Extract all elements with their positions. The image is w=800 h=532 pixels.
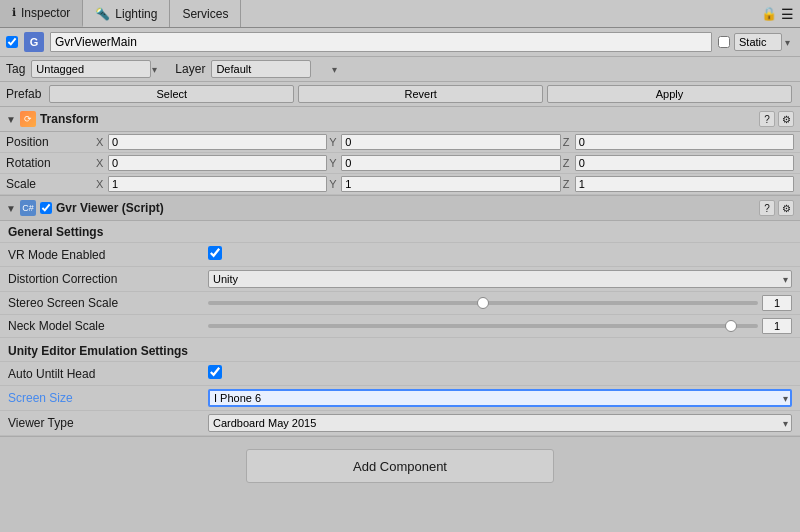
auto-untilt-checkbox[interactable] [208, 365, 222, 379]
lock-icon[interactable]: 🔒 [761, 6, 777, 21]
scale-label: Scale [6, 177, 96, 191]
layer-select[interactable]: Default TransparentFX UI [211, 60, 311, 78]
position-y-input[interactable] [341, 134, 560, 150]
prefab-apply-button[interactable]: Apply [547, 85, 792, 103]
script-section: ▼ C# Gvr Viewer (Script) ? ⚙ General Set… [0, 196, 800, 437]
viewer-type-value: Cardboard May 2015 Cardboard June 2014 M… [208, 414, 792, 432]
general-settings-label: General Settings [0, 221, 800, 243]
position-x-input[interactable] [108, 134, 327, 150]
position-y-letter: Y [329, 136, 339, 148]
neck-model-scale-value[interactable] [762, 318, 792, 334]
stereo-screen-scale-slider-container [208, 295, 792, 311]
position-xyz: X Y Z [96, 134, 794, 150]
scale-row: Scale X Y Z [0, 174, 800, 195]
position-x-letter: X [96, 136, 106, 148]
rotation-x-input[interactable] [108, 155, 327, 171]
scale-y-item: Y [329, 176, 560, 192]
lighting-tab-icon: 🔦 [95, 7, 110, 21]
neck-model-scale-thumb[interactable] [725, 320, 737, 332]
viewer-type-row: Viewer Type Cardboard May 2015 Cardboard… [0, 411, 800, 436]
screen-size-select[interactable]: I Phone 6 I Phone 6 Plus I Phone 5 [208, 389, 792, 407]
vr-mode-value [208, 246, 792, 263]
add-component-button[interactable]: Add Component [246, 449, 554, 483]
rotation-x-item: X [96, 155, 327, 171]
stereo-screen-scale-row: Stereo Screen Scale [0, 292, 800, 315]
rotation-row: Rotation X Y Z [0, 153, 800, 174]
viewer-type-select[interactable]: Cardboard May 2015 Cardboard June 2014 M… [208, 414, 792, 432]
vr-mode-checkbox[interactable] [208, 246, 222, 260]
scale-xyz: X Y Z [96, 176, 794, 192]
unity-editor-label: Unity Editor Emulation Settings [0, 338, 800, 362]
scale-y-input[interactable] [341, 176, 560, 192]
prefab-revert-button[interactable]: Revert [298, 85, 543, 103]
tag-layer-row: Tag Untagged MainCamera Player Layer Def… [0, 57, 800, 82]
rotation-z-letter: Z [563, 157, 573, 169]
screen-size-value: I Phone 6 I Phone 6 Plus I Phone 5 [208, 389, 792, 407]
stereo-screen-scale-track[interactable] [208, 301, 758, 305]
prefab-select-button[interactable]: Select [49, 85, 294, 103]
scale-x-item: X [96, 176, 327, 192]
transform-title: Transform [40, 112, 755, 126]
object-name-input[interactable] [50, 32, 712, 52]
prefab-row: Prefab Select Revert Apply [0, 82, 800, 107]
scale-z-letter: Z [563, 178, 573, 190]
scale-z-input[interactable] [575, 176, 794, 192]
transform-actions: ? ⚙ [759, 111, 794, 127]
position-z-item: Z [563, 134, 794, 150]
stereo-screen-scale-value[interactable] [762, 295, 792, 311]
transform-icon: ⟳ [20, 111, 36, 127]
distortion-value: Unity None Native [208, 270, 792, 288]
rotation-y-input[interactable] [341, 155, 560, 171]
position-x-item: X [96, 134, 327, 150]
tag-select[interactable]: Untagged MainCamera Player [31, 60, 151, 78]
tab-inspector[interactable]: ℹ Inspector [0, 0, 83, 27]
distortion-select[interactable]: Unity None Native [208, 270, 792, 288]
rotation-x-letter: X [96, 157, 106, 169]
scale-z-item: Z [563, 176, 794, 192]
neck-model-scale-slider-container [208, 318, 792, 334]
position-z-input[interactable] [575, 134, 794, 150]
layer-label: Layer [175, 62, 205, 76]
add-component-area: Add Component [0, 437, 800, 495]
inspector-tab-label: Inspector [21, 6, 70, 20]
script-enabled-checkbox[interactable] [40, 202, 52, 214]
inspector-window: ℹ Inspector 🔦 Lighting Services 🔒 ☰ G St… [0, 0, 800, 532]
rotation-y-item: Y [329, 155, 560, 171]
tab-lighting[interactable]: 🔦 Lighting [83, 0, 170, 27]
screen-size-label: Screen Size [8, 391, 208, 405]
rotation-y-letter: Y [329, 157, 339, 169]
screen-size-row: Screen Size I Phone 6 I Phone 6 Plus I P… [0, 386, 800, 411]
stereo-screen-scale-thumb[interactable] [477, 297, 489, 309]
menu-icon[interactable]: ☰ [781, 6, 794, 22]
auto-untilt-value [208, 365, 792, 382]
scale-y-letter: Y [329, 178, 339, 190]
static-dropdown[interactable]: Static [734, 33, 782, 51]
tab-bar-actions: 🔒 ☰ [761, 0, 800, 27]
transform-section: ▼ ⟳ Transform ? ⚙ Position X Y [0, 107, 800, 196]
tab-services[interactable]: Services [170, 0, 241, 27]
object-enabled-checkbox[interactable] [6, 36, 18, 48]
position-z-letter: Z [563, 136, 573, 148]
transform-help-icon[interactable]: ? [759, 111, 775, 127]
viewer-type-label: Viewer Type [8, 416, 208, 430]
rotation-z-input[interactable] [575, 155, 794, 171]
script-gear-icon[interactable]: ⚙ [778, 200, 794, 216]
script-section-header: ▼ C# Gvr Viewer (Script) ? ⚙ [0, 196, 800, 221]
position-label: Position [6, 135, 96, 149]
script-toggle[interactable]: ▼ [6, 203, 16, 214]
main-content: ▼ ⟳ Transform ? ⚙ Position X Y [0, 107, 800, 532]
rotation-xyz: X Y Z [96, 155, 794, 171]
neck-model-scale-row: Neck Model Scale [0, 315, 800, 338]
scale-x-input[interactable] [108, 176, 327, 192]
stereo-screen-scale-label: Stereo Screen Scale [8, 296, 208, 310]
tag-label: Tag [6, 62, 25, 76]
distortion-row: Distortion Correction Unity None Native [0, 267, 800, 292]
neck-model-scale-track[interactable] [208, 324, 758, 328]
static-checkbox[interactable] [718, 36, 730, 48]
tab-bar: ℹ Inspector 🔦 Lighting Services 🔒 ☰ [0, 0, 800, 28]
script-icon: C# [20, 200, 36, 216]
transform-gear-icon[interactable]: ⚙ [778, 111, 794, 127]
script-help-icon[interactable]: ? [759, 200, 775, 216]
vr-mode-label: VR Mode Enabled [8, 248, 208, 262]
transform-toggle[interactable]: ▼ [6, 114, 16, 125]
